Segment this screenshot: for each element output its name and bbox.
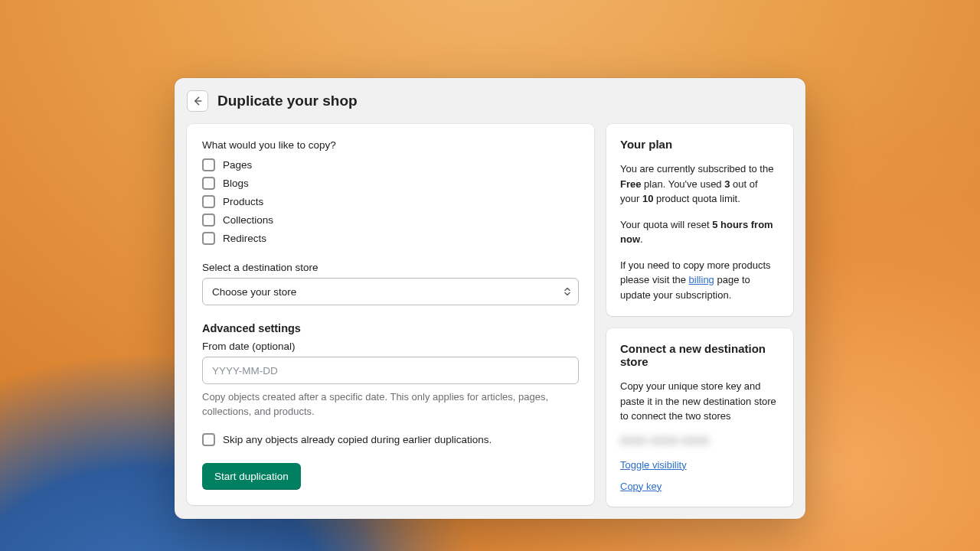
plan-name: Free xyxy=(620,178,641,190)
destination-select[interactable]: Choose your store xyxy=(202,278,579,305)
checkbox-icon xyxy=(202,232,215,245)
from-date-input[interactable] xyxy=(202,357,579,384)
checkbox-icon xyxy=(202,195,215,208)
start-duplication-button[interactable]: Start duplication xyxy=(202,463,301,490)
copy-prompt-label: What would you like to copy? xyxy=(202,139,579,151)
checkbox-icon xyxy=(202,158,215,171)
sidebar: Your plan You are currently subscribed t… xyxy=(606,124,793,507)
checkbox-label: Products xyxy=(223,196,263,207)
checkbox-label: Skip any objects already copied during e… xyxy=(223,434,492,445)
desktop-background: Duplicate your shop What would you like … xyxy=(0,0,980,551)
checkbox-label: Blogs xyxy=(223,178,249,189)
plan-card: Your plan You are currently subscribed t… xyxy=(606,124,793,316)
arrow-left-icon xyxy=(191,95,204,107)
checkbox-label: Redirects xyxy=(223,233,266,244)
checkbox-pages[interactable]: Pages xyxy=(202,158,579,171)
from-date-label: From date (optional) xyxy=(202,341,579,352)
toggle-visibility-link[interactable]: Toggle visibility xyxy=(620,459,687,471)
connect-card: Connect a new destination store Copy you… xyxy=(606,328,793,507)
checkbox-icon xyxy=(202,177,215,190)
copy-key-link[interactable]: Copy key xyxy=(620,481,662,492)
plan-status-text: You are currently subscribed to the Free… xyxy=(620,161,779,207)
checkbox-products[interactable]: Products xyxy=(202,195,579,208)
quota-reset-text: Your quota will reset 5 hours from now. xyxy=(620,217,779,247)
destination-label: Select a destination store xyxy=(202,262,579,273)
copy-options-list: Pages Blogs Products Collections xyxy=(202,158,579,245)
quota-total: 10 xyxy=(642,193,653,204)
checkbox-redirects[interactable]: Redirects xyxy=(202,232,579,245)
duplicate-form-card: What would you like to copy? Pages Blogs… xyxy=(187,124,594,505)
checkbox-icon xyxy=(202,214,215,227)
checkbox-skip-duplicates[interactable]: Skip any objects already copied during e… xyxy=(202,433,579,446)
store-key-masked: 0000-0000-0000 xyxy=(620,435,779,447)
page-header: Duplicate your shop xyxy=(187,90,793,112)
checkbox-collections[interactable]: Collections xyxy=(202,214,579,227)
from-date-help: Copy objects created after a specific da… xyxy=(202,390,579,419)
billing-text: If you need to copy more products please… xyxy=(620,258,779,303)
billing-link[interactable]: billing xyxy=(689,274,714,285)
select-value: Choose your store xyxy=(212,286,296,298)
connect-desc: Copy your unique store key and paste it … xyxy=(620,379,779,424)
select-chevrons-icon xyxy=(564,288,570,296)
plan-heading: Your plan xyxy=(620,138,779,151)
checkbox-label: Pages xyxy=(223,159,252,171)
app-window: Duplicate your shop What would you like … xyxy=(175,78,805,519)
back-button[interactable] xyxy=(187,90,208,112)
page-title: Duplicate your shop xyxy=(217,93,358,109)
checkbox-blogs[interactable]: Blogs xyxy=(202,177,579,190)
checkbox-label: Collections xyxy=(223,214,273,226)
checkbox-icon xyxy=(202,433,215,446)
content-area: What would you like to copy? Pages Blogs… xyxy=(187,124,793,507)
connect-heading: Connect a new destination store xyxy=(620,342,779,368)
advanced-heading: Advanced settings xyxy=(202,322,579,334)
